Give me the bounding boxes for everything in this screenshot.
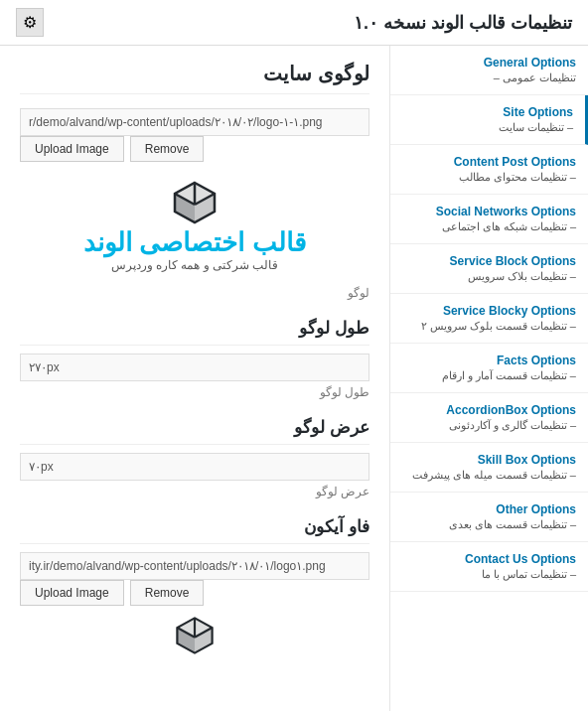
sidebar-item-title-social-networks: Social Networks Options — [402, 205, 576, 218]
sidebar-item-title-service-block2: Service Blocky Options — [402, 304, 576, 318]
sidebar-item-subtitle-accordion: – تنظیمات گالری و آکاردئونی — [402, 419, 576, 432]
logo-height-title: عرض لوگو — [20, 417, 369, 445]
logo-field-label: لوگو — [20, 286, 369, 300]
sidebar-item-social-networks[interactable]: Social Networks Options – تنظیمات شبکه ه… — [390, 195, 588, 244]
sidebar: General Options تنظیمات عمومی – Site Opt… — [389, 46, 588, 711]
sidebar-item-title-content-post: Content Post Options — [402, 155, 576, 169]
sidebar-item-title-general: General Options — [402, 56, 576, 70]
logo-subtitle-text: قالب شرکتی و همه کاره وردپرس — [20, 258, 369, 272]
content-area: لوگوی سایت Remove Upload Image — [0, 46, 588, 711]
logo-upload-button[interactable]: Upload Image — [20, 136, 124, 162]
sidebar-item-facts[interactable]: Facts Options – تنظیمات قسمت آمار و ارقا… — [390, 344, 588, 393]
sidebar-item-title-contact: Contact Us Options — [402, 552, 576, 566]
logo-main-text: قالب اختصاصی الوند — [20, 227, 369, 258]
sidebar-item-subtitle-skill-box: – تنظیمات قسمت میله های پیشرفت — [402, 469, 576, 482]
sidebar-item-accordion[interactable]: AccordionBox Options – تنظیمات گالری و آ… — [390, 393, 588, 443]
sidebar-item-contact[interactable]: Contact Us Options – تنظیمات تماس با ما — [390, 542, 588, 592]
sidebar-item-content-post[interactable]: Content Post Options – تنظیمات محتوای مط… — [390, 145, 588, 195]
sidebar-item-title-site: Site Options — [402, 105, 573, 119]
logo-width-group: طول لوگو — [20, 354, 369, 399]
sidebar-item-subtitle-service-block: – تنظیمات بلاک سرویس — [402, 270, 576, 283]
logo-width-label: طول لوگو — [20, 385, 369, 399]
sidebar-item-title-skill-box: Skill Box Options — [402, 453, 576, 467]
sidebar-item-subtitle-service-block2: – تنظیمات قسمت بلوک سرویس ۲ — [402, 320, 576, 333]
sidebar-item-subtitle-facts: – تنظیمات قسمت آمار و ارقام — [402, 369, 576, 382]
sidebar-item-subtitle-site: – تنظیمات سایت — [402, 121, 573, 134]
sidebar-item-subtitle-other: – تنظیمات قسمت های بعدی — [402, 518, 576, 531]
sidebar-item-subtitle-general: تنظیمات عمومی – — [402, 71, 576, 84]
favicon-group: Remove Upload Image — [20, 552, 369, 657]
logo-path-group: Remove Upload Image — [20, 108, 369, 300]
favicon-remove-button[interactable]: Remove — [130, 580, 205, 606]
logo-preview: قالب اختصاصی الوند قالب شرکتی و همه کاره… — [20, 168, 369, 282]
logo-section-title: لوگوی سایت — [20, 62, 369, 94]
sidebar-item-title-accordion: AccordionBox Options — [402, 403, 576, 417]
sidebar-item-site[interactable]: Site Options – تنظیمات سایت — [390, 95, 588, 145]
sidebar-item-other[interactable]: Other Options – تنظیمات قسمت های بعدی — [390, 493, 588, 542]
page-header: تنظیمات قالب الوند نسخه ۱.۰ ⚙ — [0, 0, 588, 46]
favicon-icon-preview — [20, 614, 369, 657]
favicon-path-input[interactable] — [20, 552, 369, 580]
main-panel: لوگوی سایت Remove Upload Image — [0, 46, 389, 711]
logo-button-row: Remove Upload Image — [20, 136, 369, 162]
sidebar-item-subtitle-contact: – تنظیمات تماس با ما — [402, 568, 576, 581]
favicon-upload-button[interactable]: Upload Image — [20, 580, 124, 606]
logo-height-group: عرض لوگو — [20, 453, 369, 498]
favicon-title: فاو آیکون — [20, 516, 369, 544]
logo-width-input[interactable] — [20, 354, 369, 381]
sidebar-item-general[interactable]: General Options تنظیمات عمومی – — [390, 46, 588, 95]
page-title: تنظیمات قالب الوند نسخه ۱.۰ — [354, 12, 572, 34]
sidebar-item-service-block[interactable]: Service Block Options – تنظیمات بلاک سرو… — [390, 244, 588, 294]
logo-height-input[interactable] — [20, 453, 369, 481]
sidebar-item-subtitle-content-post: – تنظیمات محتوای مطالب — [402, 171, 576, 184]
sidebar-item-title-service-block: Service Block Options — [402, 254, 576, 268]
sidebar-item-title-facts: Facts Options — [402, 354, 576, 367]
favicon-button-row: Remove Upload Image — [20, 580, 369, 606]
sidebar-item-title-other: Other Options — [402, 502, 576, 516]
page-wrapper: تنظیمات قالب الوند نسخه ۱.۰ ⚙ لوگوی سایت… — [0, 0, 588, 711]
logo-height-label: عرض لوگو — [20, 485, 369, 498]
sidebar-item-skill-box[interactable]: Skill Box Options – تنظیمات قسمت میله ها… — [390, 443, 588, 493]
logo-width-title: طول لوگو — [20, 318, 369, 346]
logo-path-input[interactable] — [20, 108, 369, 136]
logo-remove-button[interactable]: Remove — [130, 136, 205, 162]
sidebar-item-subtitle-social-networks: – تنظیمات شبکه های اجتماعی — [402, 220, 576, 233]
settings-icon-button[interactable]: ⚙ — [16, 8, 44, 37]
logo-cube-icon — [20, 178, 369, 227]
sidebar-item-service-block2[interactable]: Service Blocky Options – تنظیمات قسمت بل… — [390, 294, 588, 344]
